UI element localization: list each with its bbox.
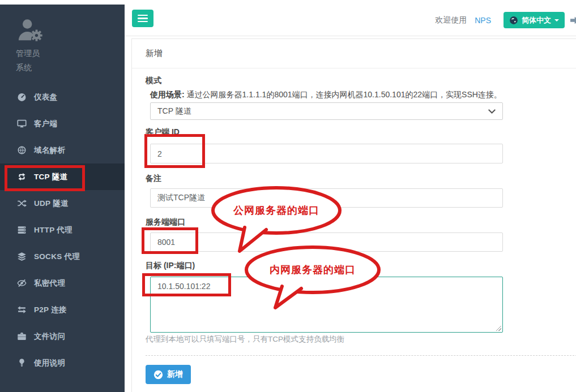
shuffle-icon <box>16 199 27 208</box>
page-title: 新增 <box>146 48 163 59</box>
sidebar-item-label: 文件访问 <box>34 331 65 342</box>
gauge-icon <box>16 92 27 102</box>
nps-brand-link[interactable]: NPS <box>475 16 491 25</box>
server-icon <box>16 225 27 235</box>
sidebar-item-label: 仪表盘 <box>34 92 57 102</box>
sidebar-item-tcp-tunnel[interactable]: TCP 隧道 <box>0 163 125 190</box>
sidebar-item-clients[interactable]: 客户端 <box>0 110 125 137</box>
client-id-label: 客户端 ID <box>146 127 576 136</box>
user-gear-icon <box>16 35 44 45</box>
globe-icon <box>16 145 27 155</box>
layers-icon <box>16 252 27 261</box>
remark-label: 备注 <box>146 174 576 183</box>
sidebar-item-label: TCP 隧道 <box>34 172 67 182</box>
eye-slash-icon <box>16 278 27 288</box>
submit-add-button[interactable]: 新增 <box>146 365 191 384</box>
client-id-input[interactable] <box>150 144 503 163</box>
sidebar-item-http-proxy[interactable]: HTTP 代理 <box>0 217 125 243</box>
sidebar-item-label: 域名解析 <box>34 145 65 156</box>
sidebar-item-label: HTTP 代理 <box>34 225 72 235</box>
sidebar-item-label: 私密代理 <box>34 278 65 288</box>
scenario-help-text: 使用场景: 通过公网服务器1.1.1.1的8001端口，连接内网机器10.1.5… <box>150 90 576 100</box>
sidebar-menu: 仪表盘 客户端 域名解析 <box>0 84 125 376</box>
scenario-text: 通过公网服务器1.1.1.1的8001端口，连接内网机器10.1.50.101的… <box>185 90 502 99</box>
resize-grip[interactable] <box>496 326 501 331</box>
target-textarea-wrap: 10.1.50.101:22 <box>150 277 503 333</box>
panel-header: 新增 <box>132 39 576 68</box>
form-divider <box>146 355 576 356</box>
server-port-input[interactable] <box>150 232 503 252</box>
mode-selected-value: TCP 隧道 <box>157 106 191 117</box>
repeat-icon <box>16 172 27 182</box>
briefcase-icon <box>16 331 27 341</box>
mode-label: 模式 <box>146 76 576 85</box>
sidebar-item-help[interactable]: 使用说明 <box>0 350 125 376</box>
exchange-icon <box>16 305 27 315</box>
language-label: 简体中文 <box>522 15 551 25</box>
sidebar-item-secret-proxy[interactable]: 私密代理 <box>0 270 125 296</box>
scenario-label: 使用场景: <box>150 90 185 99</box>
desktop-icon <box>16 119 27 128</box>
sidebar-item-label: P2P 连接 <box>34 305 67 315</box>
target-hint-text: 代理到本地可以只填写端口号，只有TCP模式支持负载均衡 <box>146 335 576 343</box>
sidebar-item-label: SOCKS 代理 <box>34 252 80 262</box>
sidebar-item-domains[interactable]: 域名解析 <box>0 137 125 163</box>
welcome-text: 欢迎使用 <box>435 15 467 25</box>
lightbulb-icon <box>16 358 27 368</box>
remark-input[interactable] <box>150 188 503 208</box>
globe-dark-icon <box>509 16 518 25</box>
sidebar: 管理员 系统 仪表盘 客户端 <box>0 5 125 392</box>
sidebar-user-block: 管理员 系统 <box>0 5 125 73</box>
add-tunnel-panel: 新增 模式 使用场景: 通过公网服务器1.1.1.1的8001端口，连接内网机器… <box>131 38 576 392</box>
mode-select[interactable]: TCP 隧道 <box>150 102 503 120</box>
sidebar-item-udp-tunnel[interactable]: UDP 隧道 <box>0 190 125 217</box>
user-role: 系统 <box>16 63 125 73</box>
user-name: 管理员 <box>16 49 125 59</box>
sidebar-toggle-button[interactable] <box>132 10 153 27</box>
tunnel-form: 模式 使用场景: 通过公网服务器1.1.1.1的8001端口，连接内网机器10.… <box>132 68 576 384</box>
app-chrome: 管理员 系统 仪表盘 客户端 <box>0 5 576 392</box>
server-port-label: 服务端端口 <box>146 217 576 226</box>
nps-admin-screen: 管理员 系统 仪表盘 客户端 <box>0 0 576 392</box>
target-textarea[interactable]: 10.1.50.101:22 <box>150 277 503 333</box>
submit-button-label: 新增 <box>167 369 183 380</box>
sidebar-item-label: UDP 隧道 <box>34 199 69 209</box>
check-circle-icon <box>153 370 163 380</box>
caret-down-icon <box>554 19 559 21</box>
target-label: 目标 (IP:端口) <box>146 261 576 270</box>
sidebar-item-socks-proxy[interactable]: SOCKS 代理 <box>0 243 125 270</box>
language-dropdown-button[interactable]: 简体中文 <box>504 12 565 28</box>
sidebar-item-label: 客户端 <box>34 119 57 129</box>
sidebar-item-label: 使用说明 <box>34 358 65 368</box>
chevron-down-icon <box>488 109 496 114</box>
sidebar-item-dashboard[interactable]: 仪表盘 <box>0 84 125 110</box>
sidebar-item-p2p[interactable]: P2P 连接 <box>0 296 125 323</box>
topbar: 欢迎使用 NPS 简体中文 <box>125 5 576 36</box>
sign-out-icon[interactable] <box>570 16 576 25</box>
topbar-right-group: 欢迎使用 NPS 简体中文 <box>435 5 576 36</box>
sidebar-item-file-access[interactable]: 文件访问 <box>0 323 125 350</box>
